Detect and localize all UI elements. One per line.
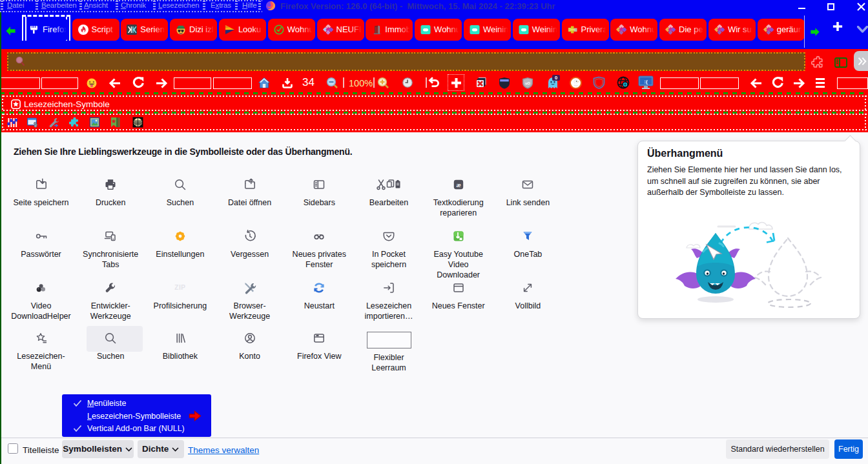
svg-text:0: 0	[555, 75, 557, 81]
svg-text:uO: uO	[525, 81, 530, 85]
svg-text::(: :(	[644, 79, 648, 85]
svg-text:æ: æ	[456, 181, 460, 188]
